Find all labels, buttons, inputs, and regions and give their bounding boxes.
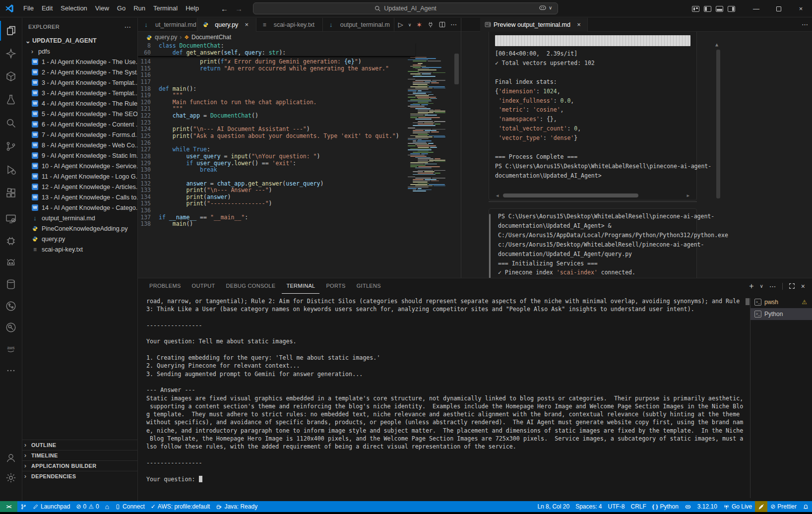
nav-back-icon[interactable]: ← xyxy=(221,4,228,13)
tree-item-file[interactable]: W5 - AI Agent Knowledge - The SEO... xyxy=(22,109,137,119)
menu-help[interactable]: Help xyxy=(182,2,203,14)
tree-item-file[interactable]: ↓output_terminal.md xyxy=(22,213,137,223)
source-control-icon[interactable] xyxy=(0,136,22,156)
tree-item-file[interactable]: query.py xyxy=(22,234,137,244)
section-dependencies[interactable]: ›DEPENDENCIES xyxy=(22,471,137,481)
section-outline[interactable]: ›OUTLINE xyxy=(22,440,137,450)
ai-chip-icon[interactable] xyxy=(0,231,22,251)
status-prettier[interactable]: ⊘Prettier xyxy=(767,501,800,512)
status-launchpad[interactable]: Launchpad xyxy=(30,501,73,512)
menu-run[interactable]: Run xyxy=(129,2,149,14)
account-icon[interactable] xyxy=(0,448,22,468)
status-pen-slash[interactable] xyxy=(755,501,767,512)
tab-ut_terminal-md[interactable]: ↓ut_terminal.md xyxy=(138,18,197,31)
close-tab-icon[interactable]: × xyxy=(575,21,583,28)
terminal-instance-pwsh[interactable]: >_pwsh⚠ xyxy=(750,296,812,308)
tree-root-folder[interactable]: ⌄ UPDATED_AI_AGENT xyxy=(22,35,137,46)
run-button[interactable]: ▷ xyxy=(398,21,403,28)
status-utf-8[interactable]: UTF-8 xyxy=(605,501,628,512)
status-bell[interactable] xyxy=(800,501,812,512)
preview-scrollbar[interactable] xyxy=(716,50,720,198)
terminal-scrollbar[interactable] xyxy=(746,298,750,305)
section-application-builder[interactable]: ›APPLICATION BUILDER xyxy=(22,460,137,471)
search-icon[interactable] xyxy=(0,113,22,133)
aws-icon[interactable]: aws xyxy=(0,339,22,359)
starburst-run-icon[interactable]: ✶ xyxy=(416,21,422,29)
status-3-12-10[interactable]: 3.12.10 xyxy=(694,501,720,512)
split-editor-icon[interactable] xyxy=(439,21,445,28)
tree-item-file[interactable]: W4 - AI Agent Knowledge - The Rule... xyxy=(22,98,137,109)
git-graph-circle-icon[interactable] xyxy=(0,296,22,316)
testing-beaker-icon[interactable] xyxy=(0,90,22,110)
panel-tab-debug-console[interactable]: DEBUG CONSOLE xyxy=(222,278,280,294)
tree-item-file[interactable]: W10 - AI Agent Knowledge - Service... xyxy=(22,161,137,171)
tree-item-file[interactable]: W2 - AI Agent Knowledge - The Syst... xyxy=(22,67,137,77)
toggle-sidebar-icon[interactable] xyxy=(704,6,711,12)
query-circle-icon[interactable] xyxy=(0,318,22,337)
tree-item-file[interactable]: W9 - AI Agent Knowledge - Static Im... xyxy=(22,150,137,161)
menu-go[interactable]: Go xyxy=(113,2,129,14)
breadcrumb-file[interactable]: query.py xyxy=(155,34,177,41)
tree-item-file[interactable]: W11 - AI Agent Knowledge - Logo G... xyxy=(22,171,137,182)
panel-tab-problems[interactable]: PROBLEMS xyxy=(145,278,186,294)
tab-output_terminal-m[interactable]: ↓output_terminal.m xyxy=(323,18,394,31)
tree-item-folder[interactable]: ›pdfs xyxy=(22,46,137,57)
robot-icon[interactable] xyxy=(0,253,22,272)
extensions-icon[interactable] xyxy=(0,183,22,203)
tree-item-file[interactable]: W7 - AI Agent Knowledge - Forms.d... xyxy=(22,129,137,140)
toggle-secondary-sidebar-icon[interactable] xyxy=(728,6,735,12)
copilot-menu[interactable]: ∨ xyxy=(538,3,552,12)
editor-more-icon[interactable]: ⋯ xyxy=(450,21,457,28)
explorer-icon[interactable] xyxy=(0,21,22,41)
tree-item-file[interactable]: W3 - AI Agent Knowledge - Templat... xyxy=(22,88,137,98)
terminal-dropdown-icon[interactable]: ∨ xyxy=(759,283,763,289)
tree-item-file[interactable]: PineConeKnowledgeAdding.py xyxy=(22,223,137,234)
section-timeline[interactable]: ›TIMELINE xyxy=(22,450,137,460)
more-icon[interactable] xyxy=(0,361,22,381)
menu-edit[interactable]: Edit xyxy=(38,2,57,14)
status-java-ready[interactable]: Java: Ready xyxy=(213,501,260,512)
status-go-live[interactable]: Go Live xyxy=(720,501,755,512)
status-home[interactable]: ⌂ xyxy=(102,501,112,512)
panel-tab-output[interactable]: OUTPUT xyxy=(187,278,220,294)
container-box-icon[interactable] xyxy=(0,66,22,86)
tab-preview-output-terminal[interactable]: Preview output_terminal.md × xyxy=(480,18,588,32)
settings-gear-icon[interactable] xyxy=(0,468,22,488)
copilot-sparkle-icon[interactable] xyxy=(0,44,22,64)
tree-item-file[interactable]: W8 - AI Agent Knowledge - Web Co... xyxy=(22,140,137,150)
run-debug-icon[interactable] xyxy=(0,160,22,180)
tree-item-file[interactable]: W1 - AI Agent Knowledge - The Use... xyxy=(22,57,137,67)
panel-tab-ports[interactable]: PORTS xyxy=(321,278,350,294)
database-icon[interactable] xyxy=(0,274,22,294)
close-panel-icon[interactable]: × xyxy=(801,282,805,290)
explorer-more-icon[interactable]: ⋯ xyxy=(125,23,131,31)
plug-icon[interactable] xyxy=(427,21,434,28)
tree-item-file[interactable]: W6 - AI Agent Knowledge - Content ... xyxy=(22,119,137,129)
tab-query-py[interactable]: query.py× xyxy=(197,18,256,32)
status-branch[interactable] xyxy=(17,501,30,512)
code-editor[interactable]: 8class DocumentChat:60 def get_answer(se… xyxy=(138,43,461,278)
status-ln-8-col-20[interactable]: Ln 8, Col 20 xyxy=(534,501,572,512)
minimize-button[interactable]: — xyxy=(745,0,767,17)
maximize-button[interactable] xyxy=(767,0,790,17)
terminal-output[interactable]: road, narrow, or tangential); Rule 2: Ai… xyxy=(146,297,748,501)
tree-item-file[interactable]: W12 - AI Agent Knowledge - Articles... xyxy=(22,182,137,192)
menu-selection[interactable]: Selection xyxy=(57,2,91,14)
breadcrumb[interactable]: query.py › ❖ DocumentChat xyxy=(138,32,461,43)
new-terminal-icon[interactable]: + xyxy=(749,282,753,291)
panel-tab-terminal[interactable]: TERMINAL xyxy=(282,278,319,294)
tab-scai-api-key-txt[interactable]: ≡scai-api-key.txt xyxy=(256,18,323,31)
minimap[interactable] xyxy=(403,43,448,278)
status-python[interactable]: { }Python xyxy=(649,501,682,512)
remote-indicator[interactable]: >< xyxy=(0,501,17,512)
remote-explorer-icon[interactable] xyxy=(0,209,22,229)
status-aws-profile-default[interactable]: ✓AWS: profile:default xyxy=(148,501,213,512)
menu-file[interactable]: File xyxy=(19,2,38,14)
tree-item-file[interactable]: ≡scai-api-key.txt xyxy=(22,244,137,255)
menu-view[interactable]: View xyxy=(91,2,113,14)
markdown-preview[interactable]: [00:04<00:00, 2.39s/it]✓ Total vectors u… xyxy=(461,32,812,278)
status-spaces-4[interactable]: Spaces: 4 xyxy=(572,501,605,512)
status-copilot[interactable] xyxy=(682,501,694,512)
status-0[interactable]: ⊘0⚠0 xyxy=(73,501,102,512)
maximize-panel-icon[interactable] xyxy=(789,283,795,289)
